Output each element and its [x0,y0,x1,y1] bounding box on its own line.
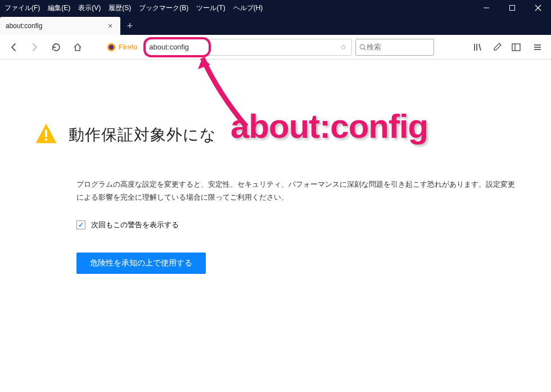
search-bar[interactable] [355,39,434,56]
warning-body: プログラムの高度な設定を変更すると、安定性、セキュリティ、パフォーマンスに深刻な… [76,178,517,204]
browser-tab[interactable]: about:config × [0,17,120,35]
new-tab-button[interactable]: + [120,17,139,35]
library-icon[interactable] [469,38,487,56]
svg-rect-16 [45,130,47,137]
maximize-button[interactable] [499,0,525,16]
warning-heading: 動作保証対象外にな [69,124,216,146]
window-controls [473,0,551,16]
page-content: 動作保証対象外にな プログラムの高度な設定を変更すると、安定性、セキュリティ、パ… [0,60,551,274]
back-button[interactable] [4,38,22,56]
minimize-button[interactable] [473,0,499,16]
warning-icon [34,121,58,148]
menu-edit[interactable]: 編集(E) [48,3,70,13]
menu-tools[interactable]: ツール(T) [196,3,225,13]
toolbar-icons [469,38,525,56]
search-icon [359,43,367,51]
url-bar[interactable]: about:config ☆ [144,39,352,56]
close-window-button[interactable] [525,0,551,16]
tab-label: about:config [6,22,106,30]
menu-view[interactable]: 表示(V) [78,3,101,13]
reload-button[interactable] [47,38,65,56]
show-warning-checkbox[interactable]: ✓ [76,220,85,229]
menu-bar: ファイル(F) 編集(E) 表示(V) 履歴(S) ブックマーク(B) ツール(… [4,3,473,13]
checkbox-label: 次回もこの警告を表示する [91,220,179,230]
tab-bar: about:config × + [0,16,551,35]
svg-rect-1 [510,6,515,11]
toolbar: Firefo about:config ☆ [0,35,551,60]
site-identity[interactable]: Firefo [103,43,141,52]
svg-line-7 [364,48,366,50]
accept-risk-button[interactable]: 危険性を承知の上で使用する [76,253,206,274]
search-input[interactable] [367,43,430,51]
hamburger-menu-icon[interactable] [529,38,547,56]
menu-help[interactable]: ヘルプ(H) [233,3,263,13]
bookmark-star-icon[interactable]: ☆ [340,43,347,51]
svg-point-6 [360,44,364,49]
tab-close-icon[interactable]: × [106,21,115,30]
forward-button[interactable] [26,38,44,56]
identity-label: Firefo [119,43,137,51]
svg-rect-11 [512,44,520,51]
url-text: about:config [149,43,189,51]
svg-rect-17 [45,138,47,141]
menu-history[interactable]: 履歴(S) [109,3,131,13]
eyedropper-icon[interactable] [488,38,506,56]
firefox-icon [107,43,116,52]
menu-bookmarks[interactable]: ブックマーク(B) [139,3,188,13]
title-bar: ファイル(F) 編集(E) 表示(V) 履歴(S) ブックマーク(B) ツール(… [0,0,551,16]
menu-file[interactable]: ファイル(F) [4,3,40,13]
sidebar-icon[interactable] [507,38,525,56]
svg-point-5 [109,45,114,49]
home-button[interactable] [69,38,87,56]
svg-line-10 [479,44,481,51]
